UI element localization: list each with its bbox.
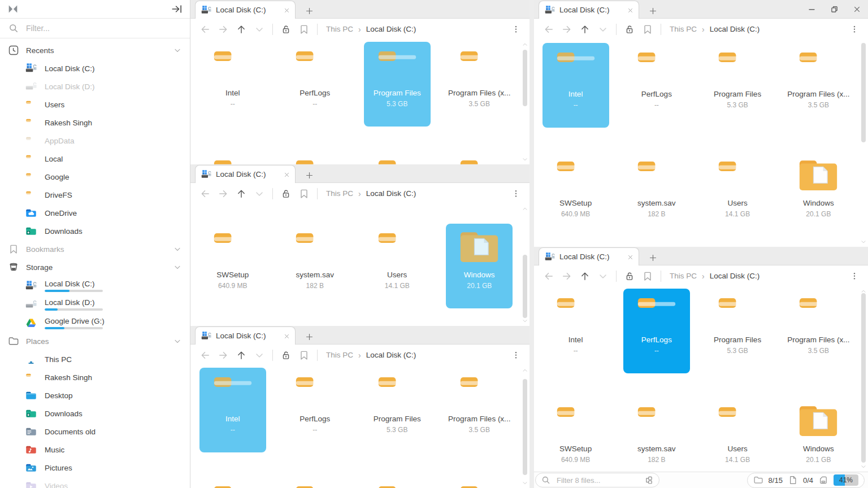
split-view-divider[interactable]	[530, 0, 534, 488]
unlock-button[interactable]	[622, 268, 637, 284]
sidebar-section-bookmarks[interactable]: Bookmarks	[0, 240, 190, 258]
scrollbar[interactable]	[521, 40, 529, 164]
folder-tile[interactable]	[281, 151, 348, 164]
folder-tile-program-files[interactable]: Program Files5.3 GB	[704, 43, 771, 128]
sidebar-section-recents[interactable]: Recents	[0, 41, 190, 59]
breadcrumb-current[interactable]: Local Disk (C:)	[366, 25, 416, 33]
more-menu-button[interactable]	[847, 21, 862, 37]
collapse-sidebar-button[interactable]	[171, 3, 183, 15]
scrollbar-thumb[interactable]	[523, 255, 527, 318]
scroll-up-icon[interactable]	[522, 206, 528, 212]
sidebar-item-videos[interactable]: Videos	[0, 477, 190, 488]
folder-tile-program-files-x[interactable]: Program Files (x...3.5 GB	[785, 289, 852, 373]
bookmark-button[interactable]	[296, 186, 312, 202]
more-menu-button[interactable]	[508, 21, 524, 37]
forward-button[interactable]	[215, 347, 231, 363]
folder-tile-intel[interactable]: Intel--	[542, 43, 609, 128]
scrollbar-thumb[interactable]	[523, 379, 527, 475]
scrollbar-thumb[interactable]	[861, 43, 866, 142]
scrollbar[interactable]	[521, 204, 529, 326]
folder-tile-intel[interactable]: Intel--	[199, 368, 266, 452]
folder-tile[interactable]	[364, 151, 431, 164]
history-dropdown-button[interactable]	[595, 268, 611, 284]
unlock-button[interactable]	[622, 21, 637, 37]
sidebar-item-rakesh-singh[interactable]: Rakesh Singh	[0, 114, 190, 132]
folder-tile-program-files-x[interactable]: Program Files (x...3.5 GB	[446, 368, 513, 452]
scrollbar[interactable]	[521, 365, 529, 488]
scroll-down-icon[interactable]	[522, 480, 528, 486]
restore-button[interactable]	[823, 0, 845, 19]
folder-tile-program-files[interactable]: Program Files5.3 GB	[364, 42, 431, 127]
folder-tile-perflogs[interactable]: PerfLogs--	[623, 43, 690, 128]
tab-close-button[interactable]	[283, 5, 290, 15]
back-button[interactable]	[541, 268, 557, 284]
sidebar-item-google[interactable]: Google	[0, 168, 190, 186]
folder-tile-windows[interactable]: Windows20.1 GB	[446, 224, 513, 308]
sidebar-item-local[interactable]: Local	[0, 150, 190, 168]
folder-tile-intel[interactable]: Intel--	[199, 42, 266, 127]
scroll-down-icon[interactable]	[860, 463, 867, 470]
new-tab-button[interactable]	[305, 171, 314, 180]
sidebar-item-desktop[interactable]: Desktop	[0, 386, 190, 404]
sidebar-item-downloads[interactable]: Downloads	[0, 222, 190, 240]
sidebar-item-local-disk-d[interactable]: Local Disk (D:)	[0, 295, 190, 313]
bookmark-button[interactable]	[296, 347, 312, 363]
tab-local-disk-c[interactable]: Local Disk (C:)	[539, 1, 639, 19]
minimize-button[interactable]	[800, 0, 823, 19]
tab-local-disk-c[interactable]: Local Disk (C:)	[195, 165, 296, 183]
more-menu-button[interactable]	[508, 186, 524, 202]
folder-tile-system-sav[interactable]: system.sav182 B	[623, 152, 690, 237]
folder-tile-perflogs[interactable]: PerfLogs--	[623, 289, 690, 373]
folder-tile-users[interactable]: Users14.1 GB	[704, 152, 771, 237]
bookmark-button[interactable]	[640, 21, 656, 37]
folder-tile-intel[interactable]: Intel--	[542, 289, 609, 373]
folder-tile-swsetup[interactable]: SWSetup640.9 MB	[542, 152, 609, 237]
new-tab-button[interactable]	[305, 332, 314, 342]
forward-button[interactable]	[559, 268, 575, 284]
up-button[interactable]	[577, 21, 593, 37]
folder-tile-program-files[interactable]: Program Files5.3 GB	[364, 368, 431, 452]
bookmark-button[interactable]	[640, 268, 656, 284]
folder-tile[interactable]	[281, 477, 348, 488]
folder-tile-program-files-x[interactable]: Program Files (x...3.5 GB	[446, 42, 513, 127]
more-menu-button[interactable]	[508, 347, 524, 363]
sidebar-section-storage[interactable]: Storage	[0, 258, 190, 276]
sidebar-item-drivefs[interactable]: DriveFS	[0, 186, 190, 204]
unlock-button[interactable]	[278, 186, 294, 202]
sidebar-item-local-disk-c[interactable]: Local Disk (C:)	[0, 59, 190, 77]
tab-local-disk-c[interactable]: Local Disk (C:)	[195, 326, 296, 345]
folder-tile-windows[interactable]: Windows20.1 GB	[785, 152, 852, 237]
up-button[interactable]	[233, 186, 249, 202]
scroll-down-icon[interactable]	[522, 317, 528, 324]
scrollbar-thumb[interactable]	[861, 293, 866, 463]
back-button[interactable]	[197, 21, 213, 37]
bookmark-button[interactable]	[296, 21, 312, 37]
sidebar-item-local-disk-d[interactable]: Local Disk (D:)	[0, 77, 190, 95]
folder-tile-users[interactable]: Users14.1 GB	[704, 398, 771, 472]
scroll-up-icon[interactable]	[522, 367, 528, 374]
folder-tile[interactable]	[199, 151, 266, 164]
more-menu-button[interactable]	[847, 268, 862, 284]
history-dropdown-button[interactable]	[595, 21, 611, 37]
scroll-down-icon[interactable]	[522, 156, 528, 163]
breadcrumb-root[interactable]: This PC	[670, 272, 697, 280]
up-button[interactable]	[577, 268, 593, 284]
status-filter-input[interactable]	[555, 476, 639, 485]
sidebar-item-appdata[interactable]: AppData	[0, 132, 190, 150]
folder-tile[interactable]	[446, 151, 513, 164]
folder-tile[interactable]	[446, 477, 513, 488]
forward-button[interactable]	[559, 21, 575, 37]
tree-view-button[interactable]	[644, 475, 654, 486]
folder-tile[interactable]	[364, 477, 431, 488]
tab-close-button[interactable]	[283, 169, 290, 180]
breadcrumb-current[interactable]: Local Disk (C:)	[710, 25, 760, 33]
back-button[interactable]	[541, 21, 557, 37]
forward-button[interactable]	[215, 186, 231, 202]
breadcrumb-root[interactable]: This PC	[326, 351, 353, 359]
sidebar-item-documents-old[interactable]: Documents old	[0, 422, 190, 441]
sidebar-item-this-pc[interactable]: This PC	[0, 350, 190, 368]
folder-tile-system-sav[interactable]: system.sav182 B	[623, 398, 690, 472]
breadcrumb-root[interactable]: This PC	[326, 25, 353, 33]
close-button[interactable]	[845, 0, 868, 19]
sidebar-item-pictures[interactable]: Pictures	[0, 459, 190, 477]
